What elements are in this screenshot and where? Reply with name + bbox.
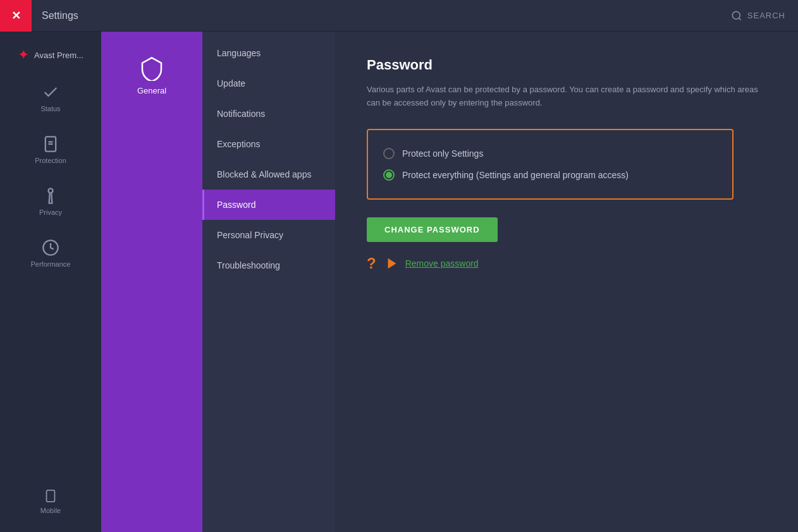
app-logo: ✦ Avast Prem...: [11, 38, 90, 72]
icon-sidebar: ✦ Avast Prem... Status Protection Privac…: [0, 32, 101, 532]
remove-password-area: ? Remove password: [367, 255, 766, 272]
performance-icon: [42, 239, 59, 257]
general-shield-icon: [139, 56, 164, 81]
protection-icon: [42, 135, 59, 153]
svg-point-0: [732, 11, 740, 19]
general-label: General: [137, 86, 166, 95]
sidebar-item-status[interactable]: Status: [0, 72, 101, 124]
radio-protect-everything[interactable]: Protect everything (Settings and general…: [383, 164, 717, 186]
sidebar-privacy-label: Privacy: [39, 209, 62, 216]
close-icon: ✕: [11, 9, 21, 23]
sidebar-mobile-label: Mobile: [40, 507, 61, 514]
general-sidebar-item[interactable]: General: [101, 38, 202, 108]
privacy-icon: [42, 187, 59, 205]
menu-item-personal-privacy[interactable]: Personal Privacy: [202, 220, 335, 250]
mobile-icon: [44, 489, 58, 503]
menu-item-languages[interactable]: Languages: [202, 38, 335, 68]
menu-item-troubleshooting[interactable]: Troubleshooting: [202, 250, 335, 281]
search-button[interactable]: SEARCH: [731, 10, 785, 21]
window-title: Settings: [42, 10, 78, 21]
status-icon: [42, 83, 59, 101]
sidebar-item-performance[interactable]: Performance: [0, 227, 101, 279]
radio-protect-settings-label: Protect only Settings: [402, 148, 483, 159]
title-bar: ✕ Settings SEARCH: [0, 0, 798, 32]
menu-sidebar: Languages Update Notifications Exception…: [202, 32, 335, 532]
sidebar-item-privacy[interactable]: Privacy: [0, 176, 101, 227]
protection-options-box: Protect only Settings Protect everything…: [367, 129, 734, 200]
radio-protect-everything-circle: [383, 169, 395, 181]
arrow-icon: [385, 257, 399, 270]
app-name: Avast Prem...: [34, 51, 83, 60]
svg-line-1: [739, 18, 740, 20]
sidebar-item-mobile[interactable]: Mobile: [0, 478, 101, 526]
radio-protect-everything-label: Protect everything (Settings and general…: [402, 170, 629, 180]
menu-item-password[interactable]: Password: [202, 190, 335, 220]
svg-marker-8: [388, 258, 396, 269]
change-password-button[interactable]: CHANGE PASSWORD: [367, 217, 498, 242]
menu-item-update[interactable]: Update: [202, 68, 335, 99]
radio-protect-settings-circle: [383, 148, 395, 159]
sidebar-performance-label: Performance: [31, 260, 71, 268]
sidebar-status-label: Status: [40, 105, 60, 112]
remove-password-link[interactable]: Remove password: [405, 258, 479, 269]
radio-protect-settings[interactable]: Protect only Settings: [383, 143, 717, 164]
general-sidebar: General: [101, 32, 202, 532]
sidebar-protection-label: Protection: [35, 157, 66, 164]
search-label: SEARCH: [747, 11, 785, 20]
close-button[interactable]: ✕: [0, 0, 32, 32]
question-mark-icon: ?: [367, 255, 376, 272]
page-description: Various parts of Avast can be protected …: [367, 83, 766, 110]
menu-item-notifications[interactable]: Notifications: [202, 99, 335, 129]
search-icon: [731, 10, 742, 21]
avast-logo-icon: ✦: [18, 47, 29, 63]
content-area: Password Various parts of Avast can be p…: [335, 32, 798, 532]
menu-item-blocked-apps[interactable]: Blocked & Allowed apps: [202, 159, 335, 190]
menu-item-exceptions[interactable]: Exceptions: [202, 129, 335, 159]
sidebar-item-protection[interactable]: Protection: [0, 124, 101, 176]
main-layout: ✦ Avast Prem... Status Protection Privac…: [0, 32, 798, 532]
page-title: Password: [367, 57, 766, 73]
svg-rect-6: [47, 490, 55, 502]
